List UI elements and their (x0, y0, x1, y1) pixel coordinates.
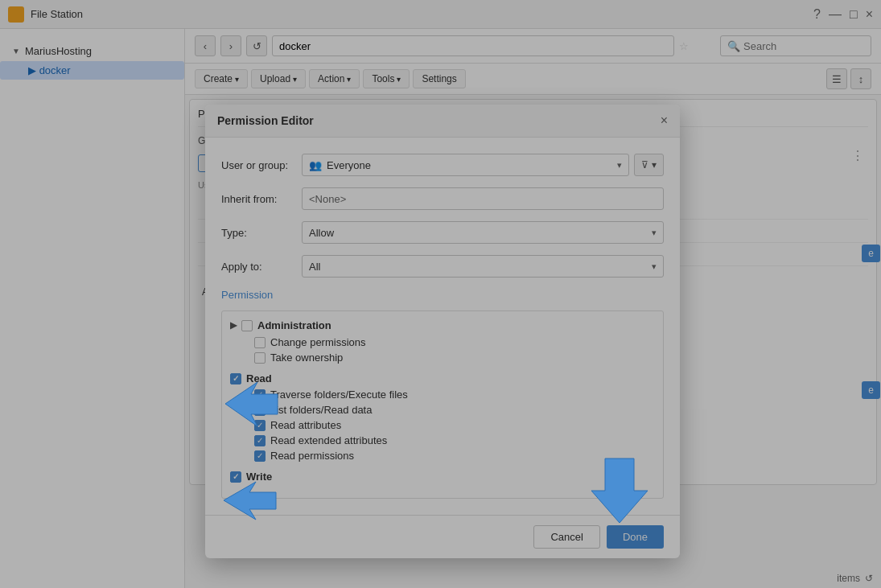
blue-arrow-left-2 (216, 479, 280, 523)
blue-arrow-left-1 (217, 378, 282, 430)
svg-marker-1 (224, 482, 276, 520)
blue-arrow-down (587, 450, 652, 531)
svg-marker-2 (591, 458, 648, 523)
svg-marker-0 (225, 382, 278, 426)
dialog-overlay (0, 0, 881, 588)
